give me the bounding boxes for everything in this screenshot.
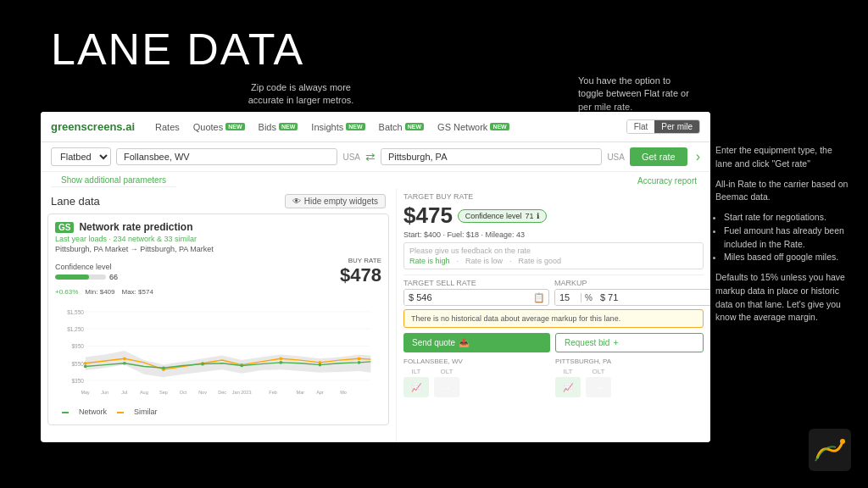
- svg-point-20: [123, 362, 126, 365]
- confidence-value: 66: [109, 273, 118, 281]
- target-sell-label: TARGET SELL RATE: [403, 279, 549, 287]
- city1-ilt-arrow: 📈: [411, 383, 421, 392]
- markup-input-row: %: [554, 289, 710, 306]
- city1-olt-card[interactable]: →: [434, 377, 459, 397]
- gs-network-badge: NEW: [490, 123, 509, 130]
- get-rate-button[interactable]: Get rate: [630, 147, 687, 166]
- warning-text: There is no historical data about averag…: [411, 314, 620, 323]
- svg-text:$1,550: $1,550: [67, 309, 84, 315]
- svg-text:Oct: Oct: [180, 390, 187, 395]
- rate-low-link[interactable]: Rate is low: [465, 257, 503, 265]
- city1-ilt-label: ILT: [403, 368, 429, 375]
- svg-text:Apr: Apr: [316, 390, 324, 395]
- callout-defaults: Defaults to 15% unless you have markup d…: [715, 271, 851, 324]
- network-legend-label: Network: [79, 408, 107, 416]
- svg-point-16: [279, 357, 282, 360]
- rate-high-link[interactable]: Rate is high: [409, 257, 450, 265]
- request-bid-button[interactable]: Request bid +: [555, 333, 704, 352]
- svg-text:Aug: Aug: [140, 390, 148, 395]
- confidence-pill-label: Confidence level: [465, 212, 522, 220]
- callout-right: Enter the equipment type, the lane and c…: [715, 144, 851, 331]
- city2-olt-card[interactable]: →: [586, 377, 611, 397]
- insights-badge: NEW: [346, 123, 364, 130]
- sell-markup-row: TARGET SELL RATE 📋 MARKUP %: [403, 279, 704, 306]
- nav-quotes[interactable]: Quotes NEW: [193, 122, 245, 132]
- nav-rates[interactable]: Rates: [155, 122, 180, 132]
- city1-olt-label: OLT: [434, 368, 459, 375]
- svg-text:Feb: Feb: [269, 390, 277, 395]
- confidence-bar-bg: [55, 274, 106, 280]
- left-panel: Lane data 👁 Hide empty widgets GS Networ…: [41, 189, 397, 442]
- city-cards: FOLLANSBEE, WV ILT 📈 OLT →: [403, 358, 704, 397]
- city1-olt-arrow: →: [442, 383, 451, 392]
- next-arrow-icon[interactable]: ›: [696, 149, 700, 164]
- svg-text:$350: $350: [72, 378, 85, 384]
- nav-insights[interactable]: Insights NEW: [311, 122, 364, 132]
- confidence-bar-container: 66: [55, 273, 118, 281]
- svg-text:$950: $950: [72, 343, 85, 349]
- accuracy-report-link[interactable]: Accuracy report: [637, 176, 700, 186]
- feedback-box: Please give us feedback on the rate Rate…: [403, 242, 704, 269]
- callout-start-rate: Start rate for negotiations.: [724, 211, 851, 225]
- equipment-select[interactable]: Flatbed: [51, 147, 111, 166]
- svg-point-18: [358, 357, 361, 360]
- svg-text:$550: $550: [72, 361, 85, 367]
- target-buy-row: $475 Confidence level 71 ℹ: [403, 202, 704, 229]
- svg-text:Jan 2023: Jan 2023: [232, 390, 252, 395]
- per-mile-toggle[interactable]: Per mile: [654, 120, 699, 133]
- rate-min: Min: $409: [85, 288, 114, 296]
- target-sell-input[interactable]: [404, 290, 530, 305]
- target-buy-price: $475: [403, 202, 453, 229]
- rate-toggle: Flat Per mile: [626, 119, 700, 134]
- callout-get-rate: Enter the equipment type, the lane and c…: [715, 144, 851, 171]
- nav-bids[interactable]: Bids NEW: [259, 122, 298, 132]
- gs-route: Pittsburgh, PA Market → Pittsburgh, PA M…: [55, 245, 381, 253]
- rate-info-text: Start: $400 · Fuel: $18 · Mileage: 43: [403, 230, 704, 239]
- svg-point-26: [358, 361, 361, 364]
- city2-ilt-card[interactable]: 📈: [555, 377, 581, 397]
- chart-svg: $1,550 $1,250 $950 $550 $350: [62, 296, 375, 406]
- nav-gs-network[interactable]: GS Network NEW: [437, 122, 509, 132]
- similar-legend-label: Similar: [134, 408, 158, 416]
- callout-all-in: All-in Rate to the carrier based on Beem…: [715, 178, 851, 205]
- markup-result-input[interactable]: [596, 290, 710, 305]
- svg-point-19: [84, 365, 87, 369]
- svg-text:Jun: Jun: [101, 390, 108, 395]
- confidence-bar-fill: [55, 274, 89, 280]
- dest-input[interactable]: [381, 148, 602, 165]
- dest-country: USA: [607, 152, 625, 162]
- flat-toggle[interactable]: Flat: [627, 120, 655, 133]
- svg-text:$1,250: $1,250: [67, 326, 84, 332]
- app-logo: greenscreens.ai: [51, 120, 135, 133]
- hide-widgets-button[interactable]: 👁 Hide empty widgets: [285, 194, 386, 208]
- markup-label: MARKUP: [554, 279, 710, 287]
- origin-input[interactable]: [116, 148, 337, 165]
- rate-good-link[interactable]: Rate is good: [519, 257, 562, 265]
- city1-ilt-card[interactable]: 📈: [403, 377, 429, 397]
- show-additional-params[interactable]: Show additional parameters: [51, 174, 176, 187]
- nav-batch[interactable]: Batch NEW: [379, 122, 424, 132]
- callout-toggle: You have the option to toggle between Fl…: [578, 75, 697, 114]
- gs-card-title: Network rate prediction: [79, 221, 192, 233]
- send-quote-button[interactable]: Send quote 📤: [403, 333, 550, 352]
- lane-data-header: Lane data 👁 Hide empty widgets: [41, 189, 396, 214]
- gs-network-card: GS Network rate prediction Last year loa…: [47, 214, 389, 425]
- swap-icon[interactable]: ⇄: [365, 150, 376, 164]
- rate-change-row: +0.63% Min: $409 Max: $574: [55, 288, 381, 296]
- info-icon: ℹ: [537, 212, 539, 220]
- callout-miles: Miles based off google miles.: [724, 251, 851, 264]
- search-bar: Flatbed USA ⇄ USA Get rate ›: [41, 142, 710, 172]
- nav-bar: greenscreens.ai Rates Quotes NEW Bids NE…: [41, 112, 710, 142]
- calendar-icon: 📋: [530, 292, 548, 303]
- gs-card-header: GS Network rate prediction: [55, 221, 381, 233]
- feedback-links: Rate is high · Rate is low · Rate is goo…: [409, 257, 698, 265]
- city2-olt-arrow: →: [594, 383, 603, 392]
- svg-text:Sep: Sep: [159, 390, 168, 395]
- city2-name: PITTSBURGH, PA: [555, 358, 704, 365]
- batch-badge: NEW: [405, 123, 424, 130]
- divider: [403, 274, 704, 275]
- markup-input[interactable]: [555, 290, 581, 305]
- rate-change: +0.63%: [55, 288, 78, 296]
- target-sell-group: TARGET SELL RATE 📋: [403, 279, 549, 306]
- confidence-buy-row: Confidence level 66 BUY RATE $478: [55, 257, 381, 286]
